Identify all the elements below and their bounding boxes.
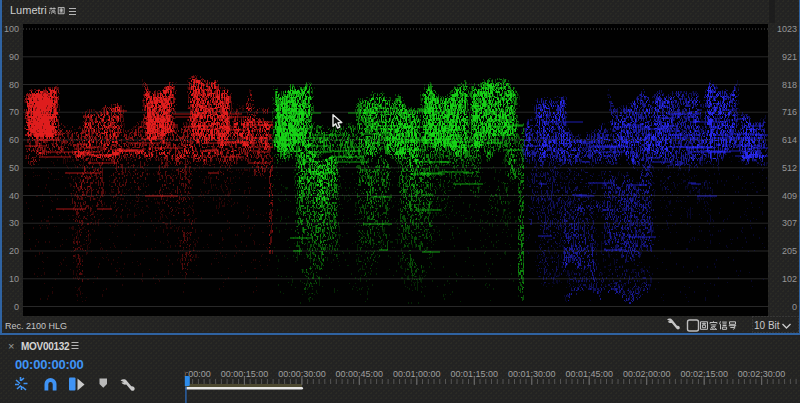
svg-text:MOV00132: MOV00132 — [21, 341, 70, 352]
svg-text:×: × — [8, 340, 14, 352]
svg-text:00:00:00:00: 00:00:00:00 — [15, 357, 84, 372]
